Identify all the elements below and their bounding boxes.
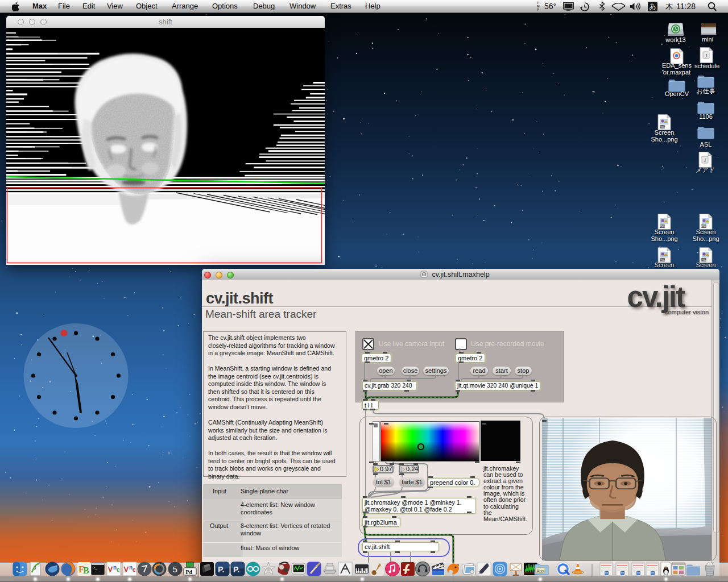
svg-text:PNG: PNG bbox=[660, 225, 665, 228]
svg-text:J: J bbox=[705, 53, 708, 59]
svg-text:J: J bbox=[704, 157, 706, 163]
svg-text:PNG: PNG bbox=[701, 225, 707, 228]
svg-text:PNG: PNG bbox=[660, 126, 665, 128]
